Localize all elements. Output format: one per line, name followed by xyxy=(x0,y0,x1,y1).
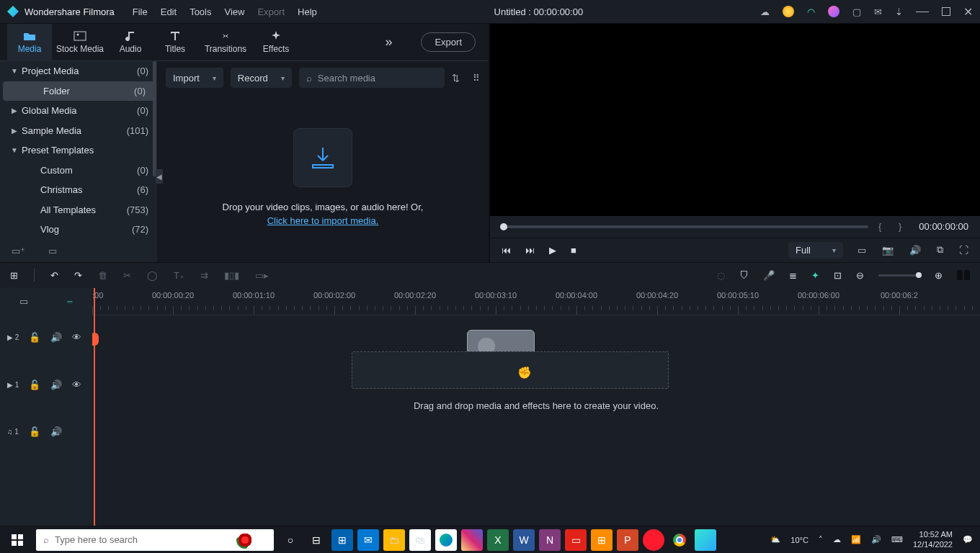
visibility-eye-icon[interactable]: 👁 xyxy=(72,332,81,343)
mute-icon[interactable]: 🔊 xyxy=(50,426,62,437)
tray-language-icon[interactable]: ⌨ xyxy=(891,535,903,544)
add-track-icon[interactable]: ⊞ xyxy=(10,270,18,281)
lock-icon[interactable]: 🔓 xyxy=(29,332,40,343)
sidebar-item-custom[interactable]: Custom (0) xyxy=(0,161,157,181)
tray-volume-icon[interactable]: 🔊 xyxy=(871,535,881,544)
taskbar-app-pdf[interactable]: ▭ xyxy=(565,529,587,551)
delete-button[interactable]: 🗑 xyxy=(98,270,107,281)
folder-open-icon[interactable]: ▭ xyxy=(48,246,57,256)
taskbar-app-2[interactable]: ⊞ xyxy=(591,529,612,551)
download-icon[interactable]: ⇣ xyxy=(895,6,903,17)
sidebar-item-project-media[interactable]: ▼ Project Media (0) xyxy=(0,61,157,81)
taskbar-app-filmora[interactable] xyxy=(695,529,716,551)
visibility-eye-icon[interactable]: 👁 xyxy=(72,379,81,390)
mute-icon[interactable]: 🔊 xyxy=(50,332,62,343)
tray-clock[interactable]: 10:52 AM 12/14/2022 xyxy=(913,530,953,549)
sidebar-item-christmas[interactable]: Christmas (6) xyxy=(0,180,157,200)
taskbar-app-edge[interactable] xyxy=(435,529,457,551)
mail-icon[interactable]: ✉ xyxy=(874,6,882,17)
timeline-ruler[interactable]: :00:0000:00:00:2000:00:01:1000:00:02:000… xyxy=(92,288,980,315)
prev-frame-button[interactable]: ⏮ xyxy=(502,245,511,256)
crop-button[interactable]: ◯ xyxy=(147,270,158,281)
taskbar-app-widgets[interactable]: ⊞ xyxy=(331,529,353,551)
fullscreen-icon[interactable]: ⛶ xyxy=(959,245,968,256)
tab-titles[interactable]: Titles xyxy=(153,24,197,61)
taskbar-app-powerpoint[interactable]: P xyxy=(617,529,638,551)
zoom-slider[interactable] xyxy=(878,274,920,276)
snapshot-icon[interactable]: 📷 xyxy=(882,245,894,256)
menu-tools[interactable]: Tools xyxy=(190,6,211,17)
sidebar-scrollbar[interactable] xyxy=(153,61,156,176)
play-button[interactable]: ▶ xyxy=(549,245,556,256)
export-button[interactable]: Export xyxy=(421,32,476,52)
record-dropdown[interactable]: Record ▾ xyxy=(231,68,292,88)
weather-icon[interactable]: ⛅ xyxy=(770,535,780,544)
compare-icon[interactable]: ⧉ xyxy=(937,244,943,256)
sidebar-item-folder[interactable]: Folder (0) xyxy=(3,81,154,102)
menu-file[interactable]: File xyxy=(133,6,148,17)
idea-bulb-icon[interactable] xyxy=(783,6,794,17)
marker-shield-icon[interactable]: ⛉ xyxy=(739,270,749,281)
sidebar-item-sample-media[interactable]: ▶ Sample Media (101) xyxy=(0,121,157,141)
taskbar-app-word[interactable]: W xyxy=(513,529,535,551)
menu-view[interactable]: View xyxy=(224,6,244,17)
taskbar-app-explorer[interactable]: 🗀 xyxy=(383,529,405,551)
lock-icon[interactable]: 🔓 xyxy=(29,379,40,390)
quality-dropdown[interactable]: Full ▾ xyxy=(788,242,843,258)
taskbar-app-mail[interactable]: ✉ xyxy=(357,529,379,551)
taskbar-app-chrome[interactable] xyxy=(669,529,690,551)
undo-button[interactable]: ↶ xyxy=(50,270,58,281)
video-preview[interactable] xyxy=(490,24,980,216)
collapse-sidebar-button[interactable]: ◀ xyxy=(156,169,163,184)
text-tool-icon[interactable]: T₊ xyxy=(174,270,184,281)
taskbar-cortana-icon[interactable]: ○ xyxy=(280,529,301,551)
tab-effects[interactable]: Effects xyxy=(254,24,298,61)
zoom-fit-icon[interactable] xyxy=(957,270,970,280)
import-dropdown[interactable]: Import ▾ xyxy=(166,68,223,88)
start-button[interactable] xyxy=(4,529,30,551)
new-folder-icon[interactable]: ▭⁺ xyxy=(12,246,25,256)
tray-chevron-up-icon[interactable]: ˄ xyxy=(819,535,823,544)
add-marker-icon[interactable]: ⊡ xyxy=(834,270,842,281)
track-header-audio-1[interactable]: ♫ 1 🔓 🔊 xyxy=(0,410,92,454)
stop-button[interactable]: ■ xyxy=(571,245,576,256)
timeline-options-icon[interactable]: ▭ xyxy=(19,296,28,307)
render-tool-icon[interactable]: ▭▸ xyxy=(255,270,269,281)
sidebar-item-vlog[interactable]: Vlog (72) xyxy=(0,220,157,240)
weather-temp[interactable]: 10°C xyxy=(790,536,808,544)
mixer-icon[interactable]: ≣ xyxy=(789,270,797,281)
timeline-drop-zone[interactable] xyxy=(352,351,669,389)
audio-tool-icon[interactable]: ▮▯▮ xyxy=(224,270,239,281)
magnet-snap-icon[interactable]: ⎓ xyxy=(67,296,73,307)
split-button[interactable]: ✂ xyxy=(123,270,131,281)
menu-edit[interactable]: Edit xyxy=(161,6,177,17)
grid-view-icon[interactable]: ⠿ xyxy=(473,73,480,84)
menu-help[interactable]: Help xyxy=(298,6,317,17)
track-header-video-2[interactable]: ▶ 2 🔓 🔊 👁 xyxy=(0,315,92,360)
tab-media[interactable]: Media xyxy=(7,24,52,61)
adjust-icon[interactable]: ◌ xyxy=(717,270,725,281)
tab-audio[interactable]: Audio xyxy=(108,24,153,61)
sidebar-item-preset-templates[interactable]: ▼ Preset Templates xyxy=(0,140,157,161)
lock-icon[interactable]: 🔓 xyxy=(29,426,40,437)
import-media-link[interactable]: Click here to import media. xyxy=(267,215,379,226)
headset-support-icon[interactable]: ◠ xyxy=(807,6,815,17)
search-media-input[interactable]: ⌕ Search media xyxy=(299,68,445,88)
mute-icon[interactable]: 🔊 xyxy=(50,379,62,390)
cloud-icon[interactable]: ☁ xyxy=(760,6,770,17)
zoom-in-button[interactable]: ⊕ xyxy=(935,270,943,281)
tray-wifi-icon[interactable]: 📶 xyxy=(851,535,861,544)
voiceover-mic-icon[interactable]: 🎤 xyxy=(763,270,775,281)
tray-notifications-icon[interactable]: 💬 xyxy=(963,535,973,544)
taskbar-app-opera[interactable] xyxy=(643,529,664,551)
filter-icon[interactable]: ⇅ xyxy=(452,73,460,84)
sidebar-item-all-templates[interactable]: All Templates (753) xyxy=(0,200,157,220)
tab-transitions[interactable]: Transitions xyxy=(197,24,254,61)
taskbar-app-instagram[interactable] xyxy=(461,529,483,551)
redo-button[interactable]: ↷ xyxy=(74,270,82,281)
taskbar-app-onenote[interactable]: N xyxy=(539,529,561,551)
window-minimize-button[interactable] xyxy=(916,12,929,12)
taskbar-app-excel[interactable]: X xyxy=(487,529,509,551)
next-frame-button[interactable]: ⏭ xyxy=(525,245,535,256)
taskbar-search[interactable]: ⌕ Type here to search xyxy=(36,529,274,551)
